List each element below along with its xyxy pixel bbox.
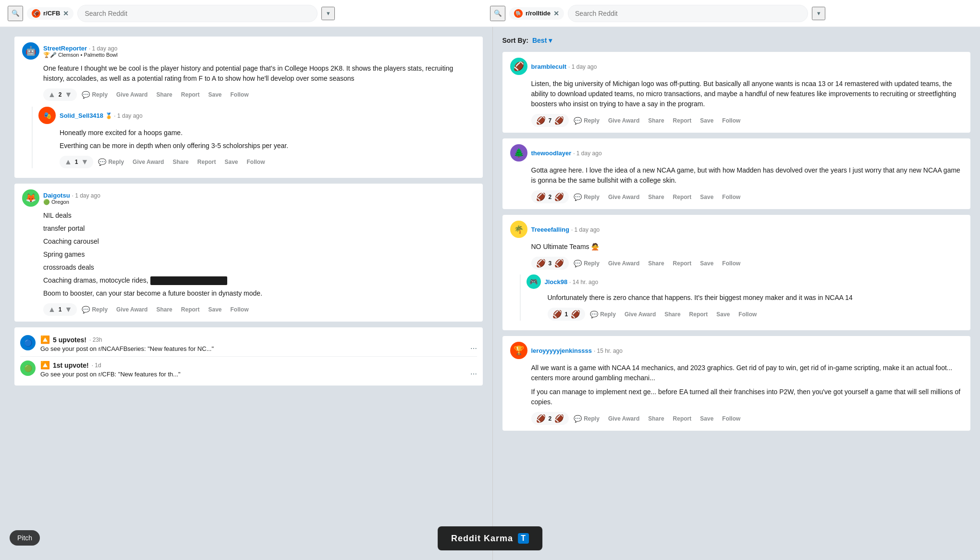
- follow-wood-btn[interactable]: Follow: [718, 192, 744, 202]
- upvote2-jlock[interactable]: 🏈: [570, 309, 581, 320]
- save-tree-btn[interactable]: Save: [696, 258, 717, 269]
- notif-item-2[interactable]: 🟢 🔼 1st upvote! · 1d Go see your post on…: [20, 357, 477, 382]
- give-award-tree-btn[interactable]: Give Award: [604, 258, 643, 269]
- comment-header-jlock: 🎮 Jlock98 · 14 hr. ago: [527, 274, 963, 289]
- notif-more-1[interactable]: ⋯: [470, 345, 477, 352]
- save-daigotsu-btn[interactable]: Save: [204, 304, 225, 315]
- share-sell-btn[interactable]: Share: [169, 157, 192, 167]
- share-tree-btn[interactable]: Share: [644, 258, 668, 269]
- upvote2-tree[interactable]: 🏈: [553, 258, 565, 269]
- search-input-right[interactable]: [568, 5, 808, 22]
- downvote-daigotsu[interactable]: ▼: [64, 304, 74, 315]
- report-wood-btn[interactable]: Report: [669, 192, 696, 202]
- reply-wood-btn[interactable]: 💬Reply: [570, 191, 603, 203]
- upvote2-wood[interactable]: 🏈: [553, 191, 565, 202]
- upvote-jlock[interactable]: 🏈: [551, 309, 563, 320]
- reply-btn[interactable]: 💬Reply: [78, 89, 111, 100]
- search-icon-right[interactable]: 🔍: [490, 6, 505, 21]
- username-treeeefalling[interactable]: Treeeefalling: [531, 226, 569, 233]
- report-btn[interactable]: Report: [177, 89, 204, 100]
- upvote-btn[interactable]: ▲: [47, 89, 57, 100]
- comment-body-sell: Honeatly more excited for a hoops game. …: [38, 128, 475, 151]
- search-icon-left[interactable]: 🔍: [8, 6, 23, 21]
- timestamp-leroy: · 15 hr. ago: [594, 348, 623, 354]
- give-award-wood-btn[interactable]: Give Award: [604, 192, 643, 202]
- nav-dropdown-left[interactable]: ▾: [321, 7, 335, 20]
- username-solid-sell[interactable]: Solid_Sell3418: [60, 112, 103, 119]
- upvote-daigotsu[interactable]: ▲: [47, 304, 57, 315]
- save-wood-btn[interactable]: Save: [696, 192, 717, 202]
- downvote-btn[interactable]: ▼: [64, 89, 74, 100]
- share-btn[interactable]: Share: [152, 89, 176, 100]
- share-daigotsu-btn[interactable]: Share: [152, 304, 176, 315]
- save-btn[interactable]: Save: [204, 89, 225, 100]
- share-bramble-btn[interactable]: Share: [644, 115, 668, 126]
- upvote2-bramble[interactable]: 🏈: [553, 115, 565, 126]
- follow-btn[interactable]: Follow: [227, 89, 253, 100]
- nav-dropdown-right[interactable]: ▾: [812, 7, 825, 20]
- username-jlock98[interactable]: Jlock98: [545, 278, 568, 286]
- right-sub-tab[interactable]: 🐘 r/rolltide ✕: [509, 7, 564, 20]
- vote-count-sell: 1: [74, 159, 79, 165]
- report-daigotsu-btn[interactable]: Report: [177, 304, 204, 315]
- close-right-tab[interactable]: ✕: [553, 10, 559, 17]
- downvote-sell[interactable]: ▼: [80, 157, 90, 167]
- share-jlock-btn[interactable]: Share: [661, 309, 684, 320]
- notif-more-2[interactable]: ⋯: [470, 370, 477, 378]
- give-award-leroy-btn[interactable]: Give Award: [604, 413, 643, 424]
- notif-item-1[interactable]: 🔵 🔼 5 upvotes! · 23h Go see your post on…: [20, 331, 477, 357]
- comment-daigotsu: 🦊 Daigotsu · 1 day ago 🟢 Oregon NIL deal…: [14, 184, 483, 322]
- action-bar-sell: ▲ 1 ▼ 💬Reply Give Award Share Report Sav…: [38, 156, 475, 168]
- follow-tree-btn[interactable]: Follow: [718, 258, 744, 269]
- give-award-sell-btn[interactable]: Give Award: [129, 157, 168, 167]
- follow-bramble-btn[interactable]: Follow: [718, 115, 744, 126]
- save-bramble-btn[interactable]: Save: [696, 115, 717, 126]
- reply-jlock-btn[interactable]: 💬Reply: [586, 309, 620, 320]
- report-tree-btn[interactable]: Report: [669, 258, 696, 269]
- give-award-jlock-btn[interactable]: Give Award: [621, 309, 660, 320]
- search-input-left[interactable]: [77, 5, 318, 22]
- comment-streetreporter: 🤖 StreetReporter · 1 day ago 🏆🎤 Clemson …: [14, 37, 483, 178]
- reply-sell-btn[interactable]: 💬Reply: [94, 156, 128, 168]
- upvote-tree[interactable]: 🏈: [535, 258, 547, 269]
- top-nav: 🔍 🏈 r/CFB ✕ ▾ 🔍 🐘 r/rolltide ✕ ▾: [0, 0, 980, 27]
- pitch-button[interactable]: Pitch: [10, 530, 40, 546]
- action-bar-daigotsu: ▲ 1 ▼ 💬Reply Give Award Share Report Sav…: [22, 303, 475, 316]
- report-jlock-btn[interactable]: Report: [686, 309, 712, 320]
- follow-leroy-btn[interactable]: Follow: [718, 413, 744, 424]
- reply-bramble-btn[interactable]: 💬Reply: [570, 115, 603, 126]
- share-leroy-btn[interactable]: Share: [644, 413, 668, 424]
- username-daigotsu[interactable]: Daigotsu: [43, 192, 70, 199]
- username-leroy[interactable]: leroyyyyyjenkinssss: [531, 347, 592, 354]
- reply-tree-btn[interactable]: 💬Reply: [570, 258, 603, 269]
- give-award-daigotsu-btn[interactable]: Give Award: [112, 304, 151, 315]
- upvote-bramble[interactable]: 🏈: [535, 115, 547, 126]
- give-award-btn[interactable]: Give Award: [112, 89, 151, 100]
- follow-jlock-btn[interactable]: Follow: [735, 309, 760, 320]
- sub-comment-jlock98: 🎮 Jlock98 · 14 hr. ago Unfortunately the…: [520, 274, 963, 321]
- sort-chevron-icon: ▾: [549, 37, 552, 44]
- upvote-leroy[interactable]: 🏈: [535, 413, 547, 424]
- report-sell-btn[interactable]: Report: [194, 157, 220, 167]
- share-wood-btn[interactable]: Share: [644, 192, 668, 202]
- give-award-bramble-btn[interactable]: Give Award: [604, 115, 643, 126]
- username-thewoodlayer[interactable]: thewoodlayer: [531, 149, 572, 157]
- sort-dropdown[interactable]: Best ▾: [532, 37, 552, 44]
- upvote-wood[interactable]: 🏈: [535, 191, 547, 202]
- upvote-sell[interactable]: ▲: [63, 157, 73, 167]
- follow-daigotsu-btn[interactable]: Follow: [227, 304, 253, 315]
- save-leroy-btn[interactable]: Save: [696, 413, 717, 424]
- report-leroy-btn[interactable]: Report: [669, 413, 696, 424]
- notification-cards: 🔵 🔼 5 upvotes! · 23h Go see your post on…: [14, 327, 483, 386]
- close-left-tab[interactable]: ✕: [63, 10, 69, 17]
- follow-sell-btn[interactable]: Follow: [243, 157, 269, 167]
- left-sub-tab[interactable]: 🏈 r/CFB ✕: [27, 7, 74, 20]
- upvote2-leroy[interactable]: 🏈: [553, 413, 565, 424]
- username-streetreporter[interactable]: StreetReporter: [43, 45, 87, 52]
- username-bramblecult[interactable]: bramblecult: [531, 63, 567, 70]
- report-bramble-btn[interactable]: Report: [669, 115, 696, 126]
- reply-leroy-btn[interactable]: 💬Reply: [570, 413, 603, 424]
- save-sell-btn[interactable]: Save: [220, 157, 242, 167]
- reply-daigotsu-btn[interactable]: 💬Reply: [78, 304, 111, 315]
- save-jlock-btn[interactable]: Save: [712, 309, 734, 320]
